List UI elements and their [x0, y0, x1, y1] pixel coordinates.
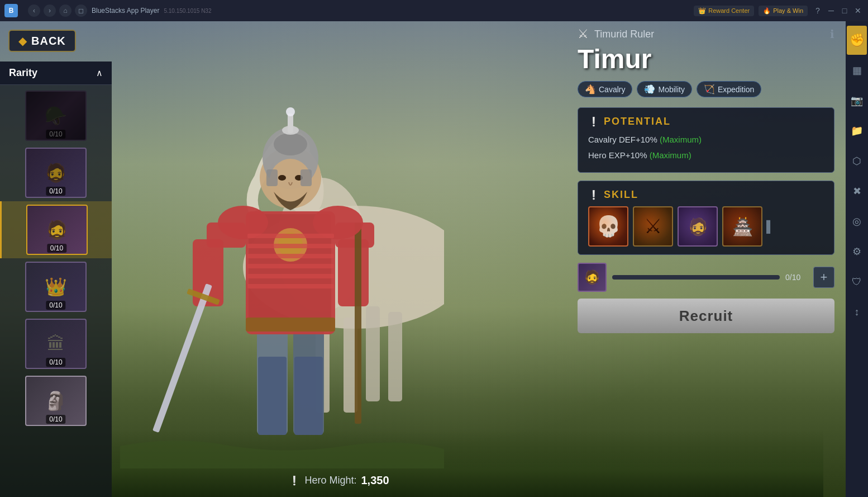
hero-info-panel: ⚔ Timurid Ruler ℹ Timur 🐴 Cavalry 💨 Mobi… [578, 27, 834, 333]
skill-icon-4[interactable]: 🏯 [722, 206, 762, 247]
rarity-filter[interactable]: Rarity ∧ [0, 61, 112, 85]
svg-rect-34 [301, 169, 312, 186]
svg-point-31 [278, 175, 286, 181]
recruit-plus-btn[interactable]: + [813, 267, 834, 288]
maximize-btn[interactable]: □ [839, 5, 850, 16]
recruit-progress-bar [612, 275, 780, 280]
hero-silhouette-icon: 👑 [45, 276, 67, 297]
svg-rect-7 [388, 312, 402, 401]
right-icon-camera[interactable]: 📷 [847, 86, 867, 115]
hero-list-item[interactable]: 🧔 0/10 [0, 144, 112, 201]
right-icon-fist[interactable]: ✊ [847, 26, 867, 55]
hero-count: 0/10 [46, 130, 65, 139]
play-win-btn[interactable]: 🔥 Play & Win [759, 6, 808, 16]
tag-cavalry[interactable]: 🐴 Cavalry [578, 81, 632, 97]
app-logo: B [4, 4, 18, 17]
hero-info-icon[interactable]: ℹ [830, 27, 834, 41]
back-label: BACK [31, 35, 66, 48]
hero-portrait: 🏛 0/10 [25, 319, 87, 369]
game-area: ◆ BACK Rarity ∧ 🪖 0/10 🧔 [0, 21, 846, 497]
skill-icon-3[interactable]: 🧔 [678, 206, 718, 247]
shield-icon: 🛡 [852, 276, 862, 288]
settings2-icon: ⚙ [852, 245, 861, 258]
right-icon-cross[interactable]: ✖ [847, 177, 867, 206]
hero-list-item[interactable]: 👑 0/10 [0, 258, 112, 315]
svg-rect-6 [366, 306, 380, 401]
hero-count: 0/10 [46, 358, 65, 367]
hero-might-value: 1,350 [361, 474, 389, 487]
potential-item-2: Hero EXP+10% (Maximum) [588, 149, 824, 162]
hero-title-text: Timurid Ruler [594, 29, 654, 40]
back-button[interactable]: ◆ BACK [8, 30, 76, 52]
potential-header: ❕ POTENTIAL [588, 116, 824, 127]
svg-rect-28 [288, 113, 293, 133]
grid-icon: ▦ [852, 64, 862, 77]
help-btn[interactable]: ? [812, 5, 823, 16]
right-icon-settings2[interactable]: ⚙ [847, 237, 867, 266]
skill-2-icon: ⚔ [644, 215, 662, 238]
hero-portrait: 👑 0/10 [25, 262, 87, 312]
hero-character-area [101, 49, 464, 468]
tag-mobility[interactable]: 💨 Mobility [637, 81, 691, 97]
app-version: 5.10.150.1015 N32 [164, 8, 211, 14]
might-warning-icon: ❕ [289, 475, 300, 486]
svg-point-26 [274, 133, 307, 155]
hero-portrait: 🧔 0/10 [26, 205, 88, 255]
right-icon-folder[interactable]: 📁 [847, 116, 867, 145]
title-controls: ? ─ □ ✕ [812, 5, 864, 16]
plus-icon: + [821, 270, 828, 285]
hero-list-item[interactable]: 🗿 0/10 [0, 372, 112, 429]
skill-title: SKILL [604, 189, 638, 201]
hero-list: 🪖 0/10 🧔 0/10 🧔 0/10 [0, 85, 112, 432]
svg-rect-10 [258, 357, 287, 435]
right-icon-grid[interactable]: ▦ [847, 56, 867, 85]
hero-tags: 🐴 Cavalry 💨 Mobility 🏹 Expedition [578, 81, 834, 97]
mobility-label: Mobility [658, 85, 684, 94]
svg-rect-23 [355, 223, 361, 424]
title-bar: B ‹ › ⌂ ◻ BlueStacks App Player 5.10.150… [0, 0, 868, 21]
hero-list-item[interactable]: 🏛 0/10 [0, 315, 112, 372]
hero-title-row: ⚔ Timurid Ruler ℹ [578, 27, 834, 41]
camera-icon: 📷 [851, 94, 863, 107]
minimize-btn[interactable]: ─ [826, 5, 837, 16]
hero-silhouette-icon: 🗿 [45, 390, 67, 411]
right-icon-layers[interactable]: ⬡ [847, 146, 867, 176]
forward-nav-btn[interactable]: › [44, 4, 56, 17]
skill-icon-1[interactable]: 💀 [588, 206, 628, 247]
hero-silhouette-icon: 🪖 [45, 105, 67, 126]
cross-icon: ✖ [853, 185, 861, 197]
hero-character-svg [120, 32, 444, 468]
skill-header: ❕ SKILL [588, 189, 824, 201]
hero-count: 0/10 [46, 301, 65, 310]
folder-icon: 📁 [851, 125, 863, 137]
hero-silhouette-icon: 🧔 [45, 162, 67, 183]
recruit-avatar: 🧔 [578, 263, 607, 292]
hero-list-item[interactable]: 🪖 0/10 [0, 87, 112, 144]
svg-point-29 [286, 107, 295, 116]
bookmark-nav-btn[interactable]: ◻ [75, 4, 87, 17]
right-icon-settings1[interactable]: ◎ [847, 207, 867, 236]
recruit-bar: 🧔 0/10 + [578, 263, 834, 292]
hero-count: 0/10 [47, 244, 66, 253]
svg-rect-33 [266, 169, 278, 186]
reward-center-btn[interactable]: 👑 Reward Center [694, 6, 754, 16]
hero-portrait: 🗿 0/10 [25, 376, 87, 426]
hero-silhouette-icon: 🏛 [47, 334, 65, 354]
mobility-icon: 💨 [644, 84, 655, 94]
hero-list-item[interactable]: 🧔 0/10 [0, 201, 112, 258]
back-nav-btn[interactable]: ‹ [28, 4, 40, 17]
skill-1-icon: 💀 [596, 215, 621, 238]
skill-section: ❕ SKILL 💀 ⚔ 🧔 🏯 [578, 181, 834, 255]
close-btn[interactable]: ✕ [852, 5, 864, 16]
svg-rect-40 [247, 264, 334, 268]
rarity-label: Rarity [9, 67, 37, 79]
home-nav-btn[interactable]: ⌂ [59, 4, 71, 17]
right-icon-shield[interactable]: 🛡 [847, 267, 867, 296]
recruit-button[interactable]: Recruit [578, 299, 834, 333]
tag-expedition[interactable]: 🏹 Expedition [697, 81, 761, 97]
right-icon-arrow[interactable]: ↕ [847, 297, 867, 326]
svg-rect-21 [152, 283, 212, 433]
skill-icon-2[interactable]: ⚔ [633, 206, 673, 247]
skill-scroll-more: ▌ [767, 206, 774, 247]
svg-rect-20 [338, 239, 369, 306]
